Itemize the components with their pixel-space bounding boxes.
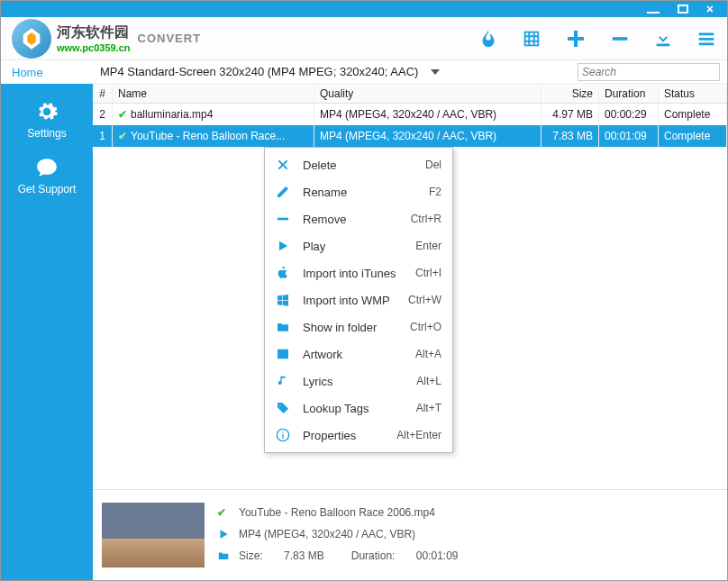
logo-icon xyxy=(12,19,51,59)
format-selector[interactable]: MP4 Standard-Screen 320x240 (MP4 MPEG; 3… xyxy=(100,65,418,78)
sidebar-item-label: Settings xyxy=(27,127,66,140)
menu-icon[interactable] xyxy=(696,29,716,49)
info-icon xyxy=(276,428,290,442)
play-icon xyxy=(276,239,290,253)
context-menu: DeleteDel RenameF2 RemoveCtrl+R PlayEnte… xyxy=(264,147,453,453)
table-row[interactable]: 1 ✔YouTube - Reno Balloon Race... MP4 (M… xyxy=(93,125,727,147)
chevron-down-icon[interactable] xyxy=(431,69,440,75)
flame-icon[interactable] xyxy=(478,29,498,49)
toolbar: 河东软件园 www.pc0359.cn CONVERT xyxy=(1,17,727,60)
format-row: MP4 Standard-Screen 320x240 (MP4 MPEG; 3… xyxy=(93,60,727,84)
app-logo: 河东软件园 www.pc0359.cn CONVERT xyxy=(12,19,201,59)
download-icon[interactable] xyxy=(653,29,673,49)
table-body: 2 ✔balluminaria.mp4 MP4 (MPEG4, 320x240 … xyxy=(93,104,727,489)
col-status[interactable]: Status xyxy=(659,84,727,103)
chat-icon xyxy=(35,156,59,179)
check-icon: ✔ xyxy=(217,506,226,519)
col-quality[interactable]: Quality xyxy=(314,84,541,103)
search-input[interactable] xyxy=(582,66,718,78)
menu-show-folder[interactable]: Show in folderCtrl+O xyxy=(265,313,452,340)
sidebar-item-support[interactable]: Get Support xyxy=(18,156,77,195)
delete-icon xyxy=(276,158,290,172)
folder-icon xyxy=(217,549,230,562)
menu-rename[interactable]: RenameF2 xyxy=(265,178,452,205)
titlebar: × xyxy=(1,1,727,17)
watermark-url: www.pc0359.cn xyxy=(57,42,131,53)
col-name[interactable]: Name xyxy=(113,84,314,103)
svg-rect-0 xyxy=(613,37,628,41)
menu-play[interactable]: PlayEnter xyxy=(265,232,452,259)
menu-wmp[interactable]: Import into WMPCtrl+W xyxy=(265,286,452,313)
col-size[interactable]: Size xyxy=(541,84,599,103)
menu-remove[interactable]: RemoveCtrl+R xyxy=(265,205,452,232)
col-duration[interactable]: Duration xyxy=(599,84,659,103)
convert-label: CONVERT xyxy=(138,32,202,45)
maximize-button[interactable] xyxy=(678,2,688,16)
preview-panel: ✔ YouTube - Reno Balloon Race 2006.mp4 M… xyxy=(93,489,727,580)
tag-icon xyxy=(276,401,290,415)
table-header: # Name Quality Size Duration Status xyxy=(93,84,727,104)
preview-size: Size: 7.83 MB Duration: 00:01:09 xyxy=(217,549,459,562)
menu-lyrics[interactable]: LyricsAlt+L xyxy=(265,368,452,395)
minimize-button[interactable] xyxy=(647,2,660,16)
svg-rect-1 xyxy=(278,218,288,221)
minus-icon[interactable] xyxy=(610,29,630,49)
preview-filename: ✔ YouTube - Reno Balloon Race 2006.mp4 xyxy=(217,506,459,519)
sidebar: Home Settings Get Support xyxy=(1,60,93,580)
check-icon: ✔ xyxy=(118,130,127,142)
search-box[interactable] xyxy=(578,63,720,81)
col-num[interactable]: # xyxy=(93,84,113,103)
windows-icon xyxy=(276,293,290,307)
menu-itunes[interactable]: Import into iTunesCtrl+I xyxy=(265,259,452,286)
rename-icon xyxy=(276,185,290,199)
tab-home[interactable]: Home xyxy=(1,60,93,84)
gear-icon xyxy=(35,100,59,123)
folder-icon xyxy=(276,320,290,334)
music-note-icon xyxy=(276,374,290,388)
image-icon xyxy=(276,347,290,361)
table-row[interactable]: 2 ✔balluminaria.mp4 MP4 (MPEG4, 320x240 … xyxy=(93,104,727,125)
plus-icon[interactable] xyxy=(565,28,587,50)
sidebar-item-label: Get Support xyxy=(18,183,77,195)
menu-delete[interactable]: DeleteDel xyxy=(265,151,452,178)
preview-format: MP4 (MPEG4, 320x240 / AAC, VBR) xyxy=(217,528,459,540)
sidebar-item-settings[interactable]: Settings xyxy=(27,100,66,140)
film-icon[interactable] xyxy=(522,29,541,49)
video-thumbnail[interactable] xyxy=(102,503,205,567)
menu-properties[interactable]: PropertiesAlt+Enter xyxy=(265,422,452,449)
watermark-text: 河东软件园 xyxy=(57,23,131,42)
play-icon xyxy=(217,528,230,540)
remove-icon xyxy=(276,212,290,226)
menu-lookup-tags[interactable]: Lookup TagsAlt+T xyxy=(265,395,452,422)
menu-artwork[interactable]: ArtworkAlt+A xyxy=(265,340,452,368)
close-button[interactable]: × xyxy=(706,2,714,16)
check-icon: ✔ xyxy=(118,108,127,121)
apple-icon xyxy=(276,266,290,280)
